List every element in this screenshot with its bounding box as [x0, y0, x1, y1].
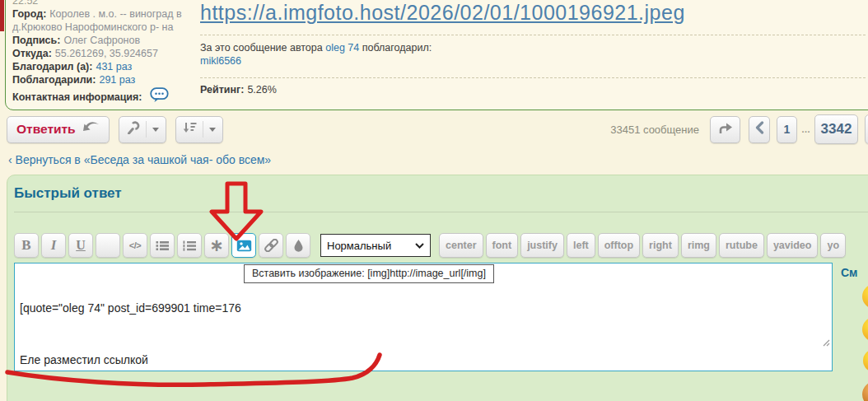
- bbcode-toolbar: B I U </> ∗: [14, 233, 868, 258]
- post-message: https://a.imgfoto.host/2026/02/01/100019…: [200, 1, 866, 96]
- bbcode-right-button[interactable]: right: [642, 233, 679, 258]
- bbcode-yavideo-button[interactable]: yavideo: [767, 233, 819, 258]
- thanks-user-link[interactable]: mikl6566: [200, 55, 241, 67]
- bullet-list-icon: [155, 240, 170, 252]
- droplet-icon: [293, 239, 304, 252]
- profile-field-signature: Подпись:Олег Сафронов: [12, 34, 207, 47]
- reply-arrow-icon: [82, 121, 100, 138]
- droplet-button[interactable]: [286, 233, 310, 258]
- message-bubble-icon[interactable]: [150, 87, 170, 106]
- separator-dashed: [200, 77, 866, 78]
- smiley-icon[interactable]: [863, 349, 868, 372]
- reply-button[interactable]: Ответить: [7, 116, 110, 143]
- profile-field-city: Город:Королев . м.о. -- виноград в д.Крю…: [12, 7, 207, 34]
- page-ellipsis: …: [801, 124, 810, 134]
- chevron-down-icon: [152, 128, 159, 132]
- bbcode-center-button[interactable]: center: [439, 233, 483, 258]
- thanks-author-link[interactable]: oleg 74: [325, 42, 359, 54]
- red-edge-strip: [0, 0, 4, 31]
- code-button[interactable]: </>: [123, 233, 147, 258]
- sort-button[interactable]: [175, 116, 223, 143]
- profile-field-contact: Контактная информация:: [12, 87, 207, 106]
- smiley-icon[interactable]: [862, 381, 868, 401]
- bbcode-justify-button[interactable]: justify: [520, 233, 564, 258]
- thanked-received-count[interactable]: 291 раз: [99, 74, 135, 86]
- image-icon: [236, 240, 252, 252]
- jump-arrow-icon: [718, 122, 733, 138]
- chevron-left-icon: [754, 121, 764, 138]
- post-container: 22:52 Город:Королев . м.о. -- виноград в…: [5, 0, 868, 110]
- button-divider: [203, 121, 203, 138]
- bold-button[interactable]: B: [14, 233, 39, 258]
- forum-page: 22:52 Город:Королев . м.о. -- виноград в…: [0, 0, 868, 401]
- textarea-resize-handle[interactable]: [797, 317, 830, 369]
- smiley-icon[interactable]: [862, 284, 868, 309]
- quote-button[interactable]: [96, 233, 120, 258]
- button-divider: [146, 121, 147, 138]
- ordered-list-button[interactable]: [177, 233, 202, 258]
- editor-line: Еле разместил ссылкой: [20, 352, 827, 369]
- chevron-down-icon: [209, 128, 216, 132]
- wrench-icon: [126, 121, 140, 138]
- quick-reply-panel: Быстрый ответ B I U </>: [7, 175, 868, 401]
- sort-icon: [182, 121, 197, 138]
- editor-line: [quote="oleg 74" post_id=699901 time=176: [20, 300, 827, 317]
- panel-divider: [14, 212, 868, 212]
- insert-image-tooltip: Вставить изображение: [img]http://image_…: [244, 264, 494, 283]
- rating-line: Рейтинг:5.26%: [200, 84, 866, 96]
- format-select[interactable]: Нормальный: [320, 234, 431, 257]
- smilies-label: См: [841, 266, 868, 279]
- page-button-current[interactable]: 3342: [814, 114, 858, 144]
- bullet-list-button[interactable]: [150, 233, 175, 258]
- bbcode-offtop-button[interactable]: offtop: [598, 233, 640, 258]
- insert-image-button[interactable]: [231, 233, 256, 258]
- post-count-label: 33451 сообщение: [610, 124, 699, 136]
- page-button-1[interactable]: 1: [777, 116, 797, 143]
- smiley-icon[interactable]: [862, 317, 868, 342]
- previous-page-button[interactable]: [749, 116, 770, 143]
- profile-field-thanked-received: Поблагодарили:291 раз: [12, 73, 207, 86]
- post-tools-button[interactable]: [119, 116, 166, 143]
- separator-dashed: [200, 35, 866, 35]
- back-to-forum-link[interactable]: ‹ Вернуться в «Беседа за чашкой чая- обо…: [8, 153, 271, 166]
- ordered-list-icon: [182, 240, 197, 252]
- bbcode-rimg-button[interactable]: rimg: [681, 233, 716, 258]
- thanks-line: За это сообщение автора oleg 74 поблагод…: [200, 41, 866, 68]
- bbcode-left-button[interactable]: left: [567, 233, 595, 258]
- underline-button[interactable]: U: [68, 233, 93, 258]
- bbcode-youtube-button[interactable]: yo: [820, 233, 846, 258]
- smilies-column: См: [841, 266, 868, 279]
- next-page-button-partial[interactable]: [865, 114, 868, 144]
- chain-link-icon: [264, 239, 279, 252]
- profile-field-location: Откуда:55.261269, 35.924657: [12, 47, 207, 60]
- thanked-given-count[interactable]: 431 раз: [96, 61, 132, 72]
- list-item-button[interactable]: ∗: [204, 233, 229, 258]
- jump-to-page-button[interactable]: [710, 116, 740, 143]
- bbcode-rutube-button[interactable]: rutube: [719, 233, 764, 258]
- quick-reply-title: Быстрый ответ: [14, 185, 868, 202]
- italic-button[interactable]: I: [41, 233, 66, 258]
- profile-field-thanked-given: Благодарил (а):431 раз: [12, 60, 207, 73]
- actions-row: Ответить: [7, 114, 868, 144]
- post-time: 22:52: [12, 0, 207, 7]
- image-url-link[interactable]: https://a.imgfoto.host/2026/02/01/100019…: [200, 1, 685, 25]
- link-button[interactable]: [259, 233, 283, 258]
- bbcode-font-button[interactable]: font: [486, 233, 519, 258]
- chevron-down-icon: [415, 243, 424, 249]
- post-profile: 22:52 Город:Королев . м.о. -- виноград в…: [12, 0, 207, 106]
